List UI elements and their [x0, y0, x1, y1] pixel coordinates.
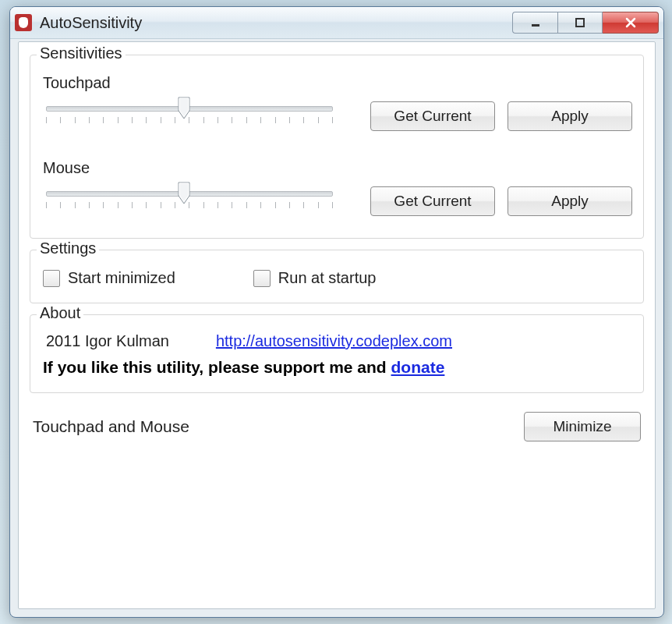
svg-rect-0	[532, 24, 539, 27]
checkbox-icon	[43, 270, 60, 287]
run-at-startup-checkbox[interactable]: Run at startup	[253, 269, 377, 287]
mouse-apply-button[interactable]: Apply	[508, 186, 632, 216]
slider-ticks	[46, 202, 333, 210]
about-group: About 2011 Igor Kulman http://autosensit…	[30, 314, 644, 393]
titlebar[interactable]: AutoSensitivity	[10, 7, 663, 39]
status-text: Touchpad and Mouse	[33, 417, 189, 436]
touchpad-label: Touchpad	[43, 74, 632, 92]
about-legend: About	[37, 304, 83, 322]
checkbox-icon	[253, 270, 271, 287]
main-window: AutoSensitivity Sensitivities Touchpad	[9, 6, 664, 618]
project-url-link[interactable]: http://autosensitivity.codeplex.com	[216, 332, 452, 350]
minimize-window-button[interactable]	[512, 12, 557, 34]
support-prefix: If you like this utility, please support…	[43, 358, 391, 376]
sensitivities-group: Sensitivities Touchpad Get Curre	[30, 55, 644, 239]
mouse-slider[interactable]	[41, 183, 338, 210]
run-at-startup-label: Run at startup	[278, 269, 377, 287]
settings-group: Settings Start minimized Run at startup	[30, 250, 644, 303]
touchpad-apply-button[interactable]: Apply	[508, 101, 632, 131]
mouse-label: Mouse	[43, 159, 632, 177]
footer: Touchpad and Mouse Minimize	[30, 412, 644, 441]
mouse-get-current-button[interactable]: Get Current	[370, 186, 495, 216]
window-title: AutoSensitivity	[40, 14, 512, 32]
start-minimized-checkbox[interactable]: Start minimized	[43, 269, 175, 287]
touchpad-slider[interactable]	[41, 98, 338, 125]
svg-rect-1	[576, 19, 584, 27]
copyright-text: 2011 Igor Kulman	[46, 332, 169, 350]
client-area: Sensitivities Touchpad Get Curre	[18, 41, 656, 609]
maximize-window-button[interactable]	[557, 12, 603, 34]
settings-legend: Settings	[37, 239, 99, 257]
support-message: If you like this utility, please support…	[43, 358, 632, 377]
close-window-button[interactable]	[603, 12, 659, 34]
window-controls	[512, 12, 659, 34]
minimize-button[interactable]: Minimize	[524, 412, 641, 441]
start-minimized-label: Start minimized	[68, 269, 175, 287]
app-icon	[15, 14, 32, 31]
slider-ticks	[46, 117, 333, 125]
touchpad-get-current-button[interactable]: Get Current	[370, 101, 495, 131]
sensitivities-legend: Sensitivities	[37, 44, 126, 62]
donate-link[interactable]: donate	[391, 358, 445, 376]
